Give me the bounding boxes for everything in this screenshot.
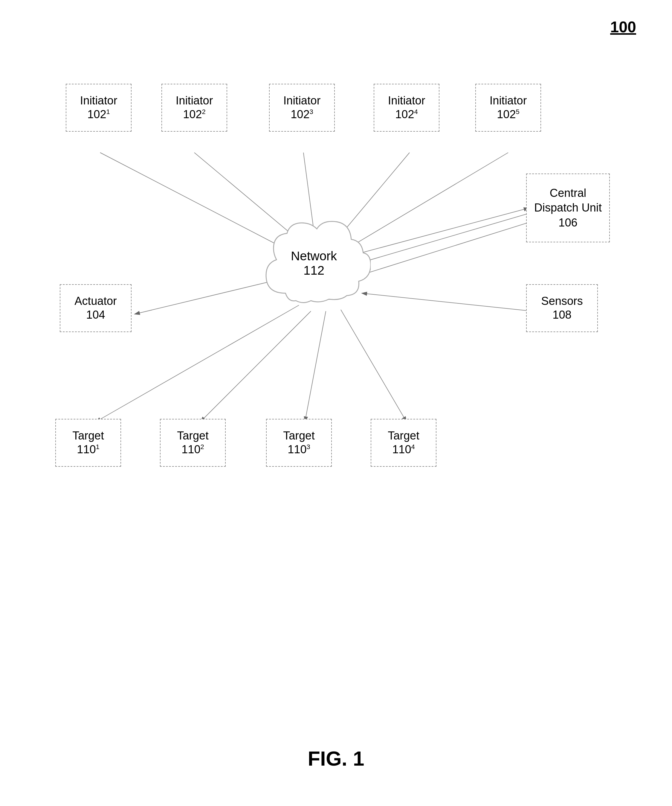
initiator-5-label: Initiator [490, 94, 527, 108]
target-2-box: Target 1102 [160, 419, 226, 467]
actuator-number: 104 [86, 308, 105, 322]
diagram-container: Initiator 1021 Initiator 1022 Initiator … [24, 60, 646, 568]
target-3-number: 1103 [288, 443, 310, 457]
svg-line-14 [341, 310, 407, 422]
initiator-3-number: 1023 [291, 108, 313, 121]
central-dispatch-label: CentralDispatch Unit106 [534, 186, 602, 230]
sensors-box: Sensors 108 [526, 284, 598, 332]
target-1-box: Target 1101 [55, 419, 121, 467]
initiator-2-number: 1022 [183, 108, 206, 121]
initiator-1-box: Initiator 1021 [66, 84, 132, 132]
initiator-4-number: 1024 [395, 108, 418, 121]
initiator-4-label: Initiator [388, 94, 425, 108]
svg-line-6 [359, 212, 532, 263]
initiator-4-box: Initiator 1024 [374, 84, 440, 132]
initiator-3-label: Initiator [283, 94, 321, 108]
actuator-label: Actuator [74, 294, 117, 308]
initiator-3-box: Initiator 1023 [269, 84, 335, 132]
initiator-1-label: Initiator [80, 94, 117, 108]
initiator-2-box: Initiator 1022 [161, 84, 227, 132]
target-4-box: Target 1104 [371, 419, 436, 467]
target-4-label: Target [388, 429, 419, 443]
target-2-label: Target [177, 429, 209, 443]
target-1-number: 1101 [77, 443, 100, 457]
svg-line-9 [362, 293, 532, 311]
sensors-label: Sensors [541, 294, 583, 308]
initiator-5-number: 1025 [497, 108, 520, 121]
network-label: Network112 [291, 249, 337, 277]
svg-line-13 [305, 311, 326, 422]
initiator-5-box: Initiator 1025 [475, 84, 541, 132]
target-3-box: Target 1103 [266, 419, 332, 467]
network-cloud: Network112 [257, 215, 371, 311]
actuator-box: Actuator 104 [60, 284, 132, 332]
target-1-label: Target [72, 429, 104, 443]
sensors-number: 108 [552, 308, 571, 322]
figure-label: FIG. 1 [308, 747, 364, 770]
svg-line-7 [356, 208, 529, 254]
initiator-1-number: 1021 [87, 108, 110, 121]
target-2-number: 1102 [181, 443, 204, 457]
initiator-2-label: Initiator [176, 94, 213, 108]
target-4-number: 1104 [392, 443, 415, 457]
svg-line-12 [200, 311, 311, 422]
central-dispatch-box: CentralDispatch Unit106 [526, 173, 610, 242]
target-3-label: Target [283, 429, 315, 443]
page-number: 100 [610, 18, 636, 36]
svg-line-8 [360, 221, 532, 275]
